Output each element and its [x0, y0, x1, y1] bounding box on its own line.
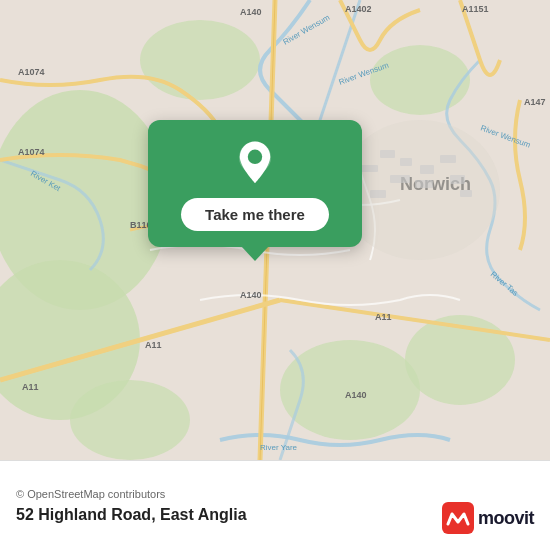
moovit-logo: moovit: [442, 502, 534, 534]
svg-rect-40: [460, 190, 472, 197]
svg-rect-32: [380, 150, 395, 158]
svg-rect-33: [400, 158, 412, 166]
svg-point-7: [70, 380, 190, 460]
svg-text:A1074: A1074: [18, 67, 45, 77]
moovit-text: moovit: [478, 508, 534, 529]
svg-point-31: [340, 120, 500, 260]
svg-rect-38: [415, 180, 433, 188]
svg-rect-41: [370, 190, 386, 198]
info-bar: © OpenStreetMap contributors 52 Highland…: [0, 460, 550, 550]
svg-text:River Yare: River Yare: [260, 443, 298, 452]
moovit-icon: [442, 502, 474, 534]
svg-rect-44: [442, 502, 474, 534]
svg-text:A11: A11: [375, 312, 392, 322]
svg-text:A1402: A1402: [345, 4, 372, 14]
svg-text:A140: A140: [240, 290, 262, 300]
svg-text:A140: A140: [240, 7, 262, 17]
svg-point-3: [140, 20, 260, 100]
svg-text:A140: A140: [345, 390, 367, 400]
svg-text:A11: A11: [145, 340, 162, 350]
svg-text:A147: A147: [524, 97, 546, 107]
take-me-there-button[interactable]: Take me there: [181, 198, 329, 231]
tooltip-card: Take me there: [148, 120, 362, 247]
svg-rect-39: [450, 175, 465, 184]
svg-rect-36: [440, 155, 456, 163]
svg-text:A1151: A1151: [462, 4, 489, 14]
svg-point-43: [248, 150, 262, 164]
svg-rect-34: [360, 165, 378, 172]
map-container: A1074 A1074 A140 A1402 A1151 A147 B1108 …: [0, 0, 550, 460]
svg-rect-35: [420, 165, 434, 174]
location-pin-icon: [231, 140, 279, 188]
svg-text:A1074: A1074: [18, 147, 45, 157]
map-attribution: © OpenStreetMap contributors: [16, 488, 534, 500]
svg-rect-37: [390, 175, 410, 183]
svg-point-4: [370, 45, 470, 115]
svg-text:A11: A11: [22, 382, 39, 392]
